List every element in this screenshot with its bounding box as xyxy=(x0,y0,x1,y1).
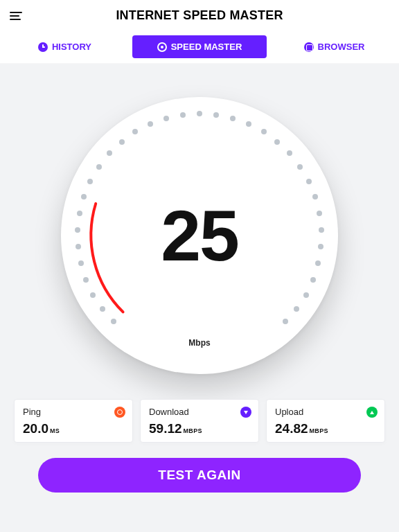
tab-history[interactable]: HISTORY xyxy=(0,30,130,63)
gauge-icon xyxy=(157,42,167,52)
download-icon xyxy=(240,407,251,418)
gauge-unit: Mbps xyxy=(188,338,210,348)
download-unit: MBPS xyxy=(184,427,202,434)
tab-speed-master[interactable]: SPEED MASTER xyxy=(132,35,267,58)
tab-history-label: HISTORY xyxy=(52,42,91,52)
download-value: 59.12 xyxy=(149,421,182,436)
tab-speed-label: SPEED MASTER xyxy=(171,42,242,52)
download-label: Download xyxy=(149,407,250,417)
card-download: Download 59.12 MBPS xyxy=(140,399,259,443)
upload-unit: MBPS xyxy=(310,427,328,434)
menu-icon[interactable] xyxy=(10,10,22,21)
ping-unit: MS xyxy=(50,427,60,434)
ping-icon xyxy=(114,407,125,418)
ping-value: 20.0 xyxy=(23,421,48,436)
top-bar: INTERNET SPEED MASTER xyxy=(0,0,399,30)
card-ping: Ping 20.0 MS xyxy=(14,399,133,443)
tab-browser-label: BROWSER xyxy=(318,42,365,52)
tab-bar: HISTORY SPEED MASTER BROWSER xyxy=(0,30,399,64)
gauge-dial: 25 Mbps xyxy=(61,97,338,374)
speed-gauge: 25 Mbps xyxy=(61,97,338,374)
ping-label: Ping xyxy=(23,407,124,417)
upload-icon xyxy=(366,407,378,418)
app-title: INTERNET SPEED MASTER xyxy=(116,8,283,23)
upload-label: Upload xyxy=(275,407,376,417)
metric-cards: Ping 20.0 MS Download 59.12 MBPS Upload … xyxy=(14,399,385,443)
upload-value: 24.82 xyxy=(275,421,308,436)
tab-browser[interactable]: BROWSER xyxy=(269,30,399,63)
card-upload: Upload 24.82 MBPS xyxy=(266,399,385,443)
browser-icon xyxy=(304,42,314,52)
test-again-button[interactable]: TEST AGAIN xyxy=(38,458,361,493)
upload-value-row: 24.82 MBPS xyxy=(275,421,376,436)
main-content: 25 Mbps Ping 20.0 MS Download 59.12 MBPS… xyxy=(0,64,399,493)
download-value-row: 59.12 MBPS xyxy=(149,421,250,436)
ping-value-row: 20.0 MS xyxy=(23,421,124,436)
gauge-ticks xyxy=(61,97,338,374)
clock-icon xyxy=(38,42,48,52)
